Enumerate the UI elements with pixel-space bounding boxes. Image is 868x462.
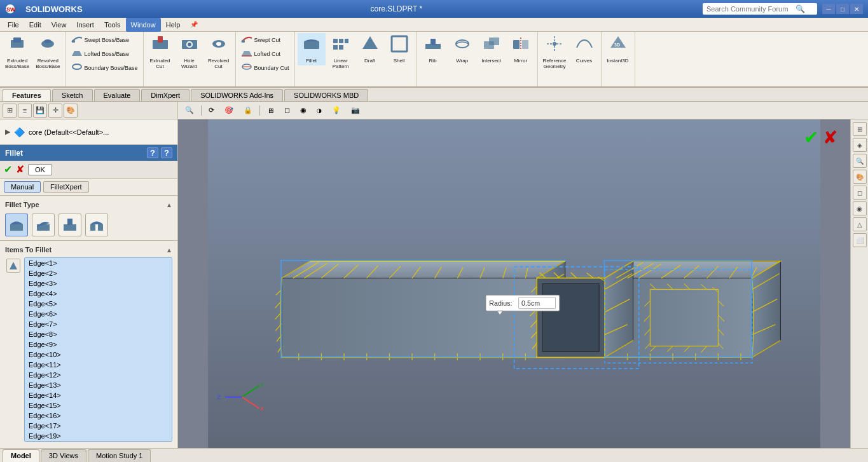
panel-btn-save[interactable]: 💾 [33,104,47,118]
rt-btn-5[interactable]: ◻ [853,186,867,200]
panel-btn-add[interactable]: ✛ [48,104,62,118]
rt-btn-1[interactable]: ⊞ [853,122,867,136]
edge-list[interactable]: Edge<1> Edge<2> Edge<3> Edge<4> Edge<5> … [24,257,172,442]
vt-camera-btn[interactable]: 📷 [347,104,364,116]
swept-cut-button[interactable]: Swept Cut [238,33,292,46]
menu-tools[interactable]: Tools [99,18,126,32]
edge-item[interactable]: Edge<9> [25,339,172,350]
search-box[interactable]: 🔍 [703,3,817,15]
intersect-button[interactable]: Intersect [478,33,506,65]
vt-material-btn[interactable]: ◑ [312,105,326,116]
edge-item[interactable]: Edge<15> [25,400,172,411]
fillet-type-constant-radius[interactable] [5,214,28,236]
linear-pattern-button[interactable]: LinearPattern [327,33,355,71]
tab-dimxpert[interactable]: DimXpert [141,89,189,101]
vt-view-btn[interactable]: ◻ [280,104,294,116]
extruded-boss-base-button[interactable]: ExtrudedBoss/Base [3,33,32,71]
search-icon[interactable]: 🔍 [796,4,805,13]
lofted-cut-button[interactable]: Lofted Cut [238,47,292,60]
viewport-checkmark[interactable]: ✔ [804,127,818,148]
menu-insert[interactable]: Insert [71,18,99,32]
fillet-check-icon[interactable]: ✔ [4,163,12,175]
fillet-type-face-fillet[interactable] [59,214,81,236]
edge-item[interactable]: Edge<2> [25,268,172,278]
rib-button[interactable]: Rib [419,33,447,65]
edge-item[interactable]: Edge<11> [25,360,172,370]
fillet-type-full-round[interactable] [85,214,108,236]
edge-item[interactable]: Edge<3> [25,278,172,289]
tree-expand-arrow[interactable]: ▶ [5,128,10,136]
fillet-cross-icon[interactable]: ✘ [16,163,24,175]
edge-item[interactable]: Edge<5> [25,299,172,309]
fillet-help-btn[interactable]: ? [147,147,158,158]
tab-solidworks-mbd[interactable]: SOLIDWORKS MBD [284,89,368,101]
rt-btn-6[interactable]: ◉ [853,201,867,215]
reference-geometry-button[interactable]: ReferenceGeometry [541,33,569,71]
edge-item[interactable]: Edge<13> [25,380,172,390]
fillet-button[interactable]: Fillet [298,33,326,65]
wrap-button[interactable]: Wrap [448,33,476,65]
rt-btn-2[interactable]: ◈ [853,138,867,152]
minimize-button[interactable]: ─ [822,4,835,14]
items-to-fillet-header[interactable]: Items To Fillet ▲ [5,245,172,255]
edge-item[interactable]: Edge<16> [25,411,172,421]
vt-shading-btn[interactable]: ◉ [296,104,311,116]
swept-boss-base-button[interactable]: Swept Boss/Base [69,33,141,46]
vt-lights-btn[interactable]: 💡 [327,104,345,116]
btab-3d-views[interactable]: 3D Views [41,449,86,462]
tab-features[interactable]: Features [3,89,51,101]
vt-target-btn[interactable]: 🎯 [220,104,238,116]
tab-solidworks-add-ins[interactable]: SOLIDWORKS Add-Ins [191,89,283,101]
close-button[interactable]: ✕ [850,4,863,14]
viewport-xmark[interactable]: ✘ [823,127,837,148]
rt-btn-8[interactable]: ⬜ [853,233,867,247]
edge-item[interactable]: Edge<12> [25,370,172,380]
curves-button[interactable]: Curves [570,33,598,65]
menu-view[interactable]: View [46,18,72,32]
edge-item[interactable]: Edge<17> [25,421,172,431]
maximize-button[interactable]: □ [836,4,849,14]
tab-evaluate[interactable]: Evaluate [94,89,141,101]
btab-motion-study[interactable]: Motion Study 1 [88,449,151,462]
rt-btn-4[interactable]: 🎨 [853,170,867,184]
fillet-type-header[interactable]: Fillet Type ▲ [5,200,172,210]
model-canvas[interactable]: Y X Z Radius: 0.5cm ✔ ✘ [178,119,850,448]
revolved-cut-button[interactable]: RevolvedCut [205,33,233,71]
boundary-boss-base-button[interactable]: Boundary Boss/Base [69,61,141,74]
hole-wizard-button[interactable]: HoleWizard [176,33,203,71]
rt-btn-7[interactable]: △ [853,217,867,231]
shell-button[interactable]: Shell [385,33,413,65]
menu-file[interactable]: File [3,18,24,32]
boundary-cut-button[interactable]: Boundary Cut [238,61,292,74]
vt-rotate-btn[interactable]: ⟳ [204,104,219,116]
panel-btn-properties[interactable]: ⊞ [3,104,17,118]
btab-model[interactable]: Model [3,449,39,462]
edge-item[interactable]: Edge<10> [25,350,172,360]
edge-item[interactable]: Edge<6> [25,309,172,319]
menu-window[interactable]: Window [126,18,161,32]
fillet-tab-manual[interactable]: Manual [4,181,41,193]
vt-zoom-btn[interactable]: 🔍 [181,104,198,116]
fillet-type-variable-radius[interactable] [32,214,55,236]
fillet-close-btn[interactable]: ? [161,147,172,158]
rt-btn-3[interactable]: 🔍 [853,154,867,168]
revolved-boss-base-button[interactable]: RevolvedBoss/Base [33,33,62,71]
vt-display-btn[interactable]: 🖥 [263,105,279,116]
fillet-tab-filletxpert[interactable]: FilletXpert [43,181,89,193]
edge-item[interactable]: Edge<4> [25,289,172,299]
panel-btn-list[interactable]: ≡ [18,104,32,118]
mirror-button[interactable]: Mirror [507,33,535,65]
search-input[interactable] [706,5,796,13]
fillet-ok-button[interactable]: OK [28,164,52,175]
menu-edit[interactable]: Edit [24,18,46,32]
vt-lock-btn[interactable]: 🔒 [239,104,257,116]
edge-item[interactable]: Edge<14> [25,390,172,400]
edge-item[interactable]: Edge<7> [25,319,172,329]
tab-sketch[interactable]: Sketch [52,89,93,101]
edge-item[interactable]: Edge<19> [25,431,172,441]
instant3d-button[interactable]: 3D Instant3D [604,33,632,65]
lofted-boss-base-button[interactable]: Lofted Boss/Base [69,47,141,60]
edge-item[interactable]: Edge<8> [25,329,172,339]
panel-btn-colors[interactable]: 🎨 [64,104,78,118]
edge-item[interactable]: Edge<20> [25,441,172,442]
